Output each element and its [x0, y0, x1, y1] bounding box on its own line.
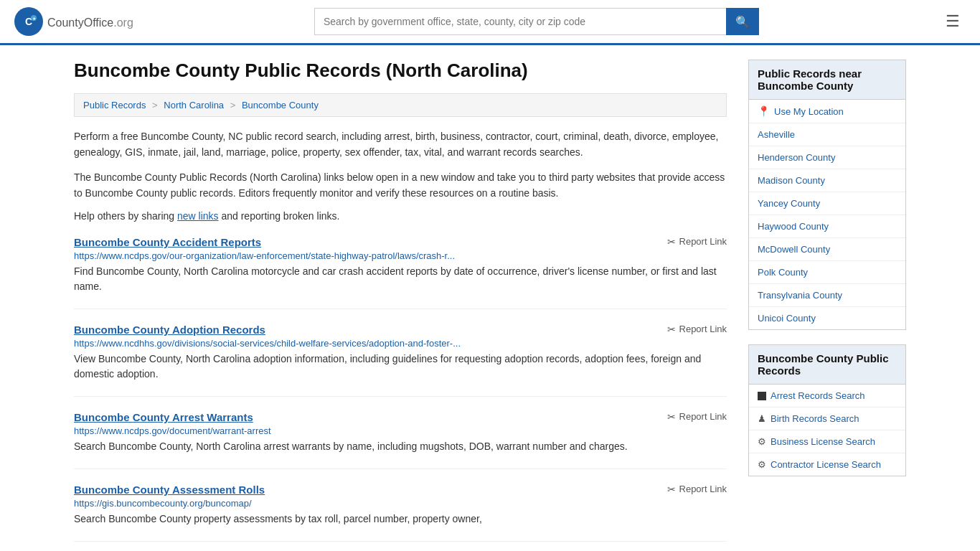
sidebar-item-business-license[interactable]: ⚙ Business License Search [749, 430, 905, 453]
search-button[interactable]: 🔍 [726, 8, 759, 35]
sidebar-item-polk[interactable]: Polk County [749, 261, 905, 284]
sidebar-buncombe-links: Arrest Records Search ♟ Birth Records Se… [748, 385, 906, 476]
transylvania-link[interactable]: Transylvania County [758, 290, 842, 301]
madison-link[interactable]: Madison County [758, 175, 825, 186]
breadcrumb-buncombe[interactable]: Buncombe County [242, 100, 319, 110]
business-license-link[interactable]: Business License Search [771, 436, 875, 447]
record-title-1[interactable]: Buncombe County Adoption Records [74, 324, 265, 336]
menu-button[interactable]: ☰ [940, 9, 966, 34]
record-title-0[interactable]: Buncombe County Accident Reports [74, 236, 261, 248]
logo-icon: C ★ [14, 7, 43, 36]
sidebar-item-henderson[interactable]: Henderson County [749, 146, 905, 169]
sidebar-item-arrest-records[interactable]: Arrest Records Search [749, 385, 905, 408]
content-area: Buncombe County Public Records (North Ca… [74, 60, 727, 551]
location-icon: 📍 [758, 105, 770, 117]
search-icon: 🔍 [735, 16, 750, 28]
help-text: Help others by sharing new links and rep… [74, 210, 727, 222]
person-icon: ♟ [758, 413, 766, 424]
sidebar-item-contractor-license[interactable]: ⚙ Contractor License Search [749, 453, 905, 476]
unicoi-link[interactable]: Unicoi County [758, 313, 816, 324]
sidebar: Public Records near Buncombe County 📍 Us… [748, 60, 906, 551]
report-link-0[interactable]: ✂ Report Link [667, 236, 727, 248]
arrest-records-link[interactable]: Arrest Records Search [771, 390, 865, 401]
breadcrumb: Public Records > North Carolina > Buncom… [74, 93, 727, 117]
main-container: Buncombe County Public Records (North Ca… [60, 45, 920, 551]
search-input[interactable] [314, 8, 726, 35]
sidebar-item-asheville[interactable]: Asheville [749, 123, 905, 146]
gear-icon-2: ⚙ [758, 459, 766, 470]
page-title: Buncombe County Public Records (North Ca… [74, 60, 727, 82]
record-url-1[interactable]: https://www.ncdhhs.gov/divisions/social-… [74, 338, 727, 349]
sidebar-buncombe-header: Buncombe County Public Records [748, 344, 906, 385]
record-url-3[interactable]: https://gis.buncombecounty.org/buncomap/ [74, 498, 727, 509]
record-desc-2: Search Buncombe County, North Carolina a… [74, 439, 727, 454]
yancey-link[interactable]: Yancey County [758, 198, 820, 209]
header: C ★ CountyOffice.org 🔍 ☰ [0, 0, 980, 45]
new-links-link[interactable]: new links [177, 210, 219, 222]
gear-icon: ⚙ [758, 436, 766, 447]
sidebar-buncombe-section: Buncombe County Public Records Arrest Re… [748, 344, 906, 476]
record-title-2[interactable]: Buncombe County Arrest Warrants [74, 411, 253, 423]
report-icon-3: ✂ [667, 484, 676, 495]
logo-area: C ★ CountyOffice.org [14, 7, 133, 36]
record-url-0[interactable]: https://www.ncdps.gov/our-organization/l… [74, 250, 727, 261]
report-link-1[interactable]: ✂ Report Link [667, 324, 727, 335]
contractor-license-link[interactable]: Contractor License Search [771, 459, 881, 470]
haywood-link[interactable]: Haywood County [758, 221, 829, 232]
sidebar-item-transylvania[interactable]: Transylvania County [749, 284, 905, 307]
report-link-2[interactable]: ✂ Report Link [667, 411, 727, 423]
sidebar-item-birth-records[interactable]: ♟ Birth Records Search [749, 408, 905, 430]
report-icon-1: ✂ [667, 324, 676, 335]
sidebar-item-haywood[interactable]: Haywood County [749, 215, 905, 238]
logo-text: CountyOffice.org [47, 14, 133, 30]
breadcrumb-north-carolina[interactable]: North Carolina [164, 100, 224, 110]
description-text: Perform a free Buncombe County, NC publi… [74, 128, 727, 161]
record-url-2[interactable]: https://www.ncdps.gov/document/warrant-a… [74, 425, 727, 436]
sidebar-nearby-section: Public Records near Buncombe County 📍 Us… [748, 60, 906, 330]
record-desc-0: Find Buncombe County, North Carolina mot… [74, 264, 727, 294]
henderson-link[interactable]: Henderson County [758, 152, 835, 163]
sidebar-item-unicoi[interactable]: Unicoi County [749, 307, 905, 329]
record-desc-3: Search Buncombe County property assessme… [74, 512, 727, 527]
sidebar-nearby-links: 📍 Use My Location Asheville Henderson Co… [748, 100, 906, 330]
record-item: Buncombe County Assessment Rolls ✂ Repor… [74, 484, 727, 542]
breadcrumb-sep2: > [230, 100, 238, 110]
sidebar-item-madison[interactable]: Madison County [749, 169, 905, 192]
record-item: Buncombe County Accident Reports ✂ Repor… [74, 236, 727, 309]
description2-text: The Buncombe County Public Records (Nort… [74, 169, 727, 202]
hamburger-icon: ☰ [946, 12, 960, 30]
record-item: Buncombe County Adoption Records ✂ Repor… [74, 324, 727, 397]
sidebar-use-location[interactable]: 📍 Use My Location [749, 100, 905, 123]
breadcrumb-public-records[interactable]: Public Records [83, 100, 146, 110]
report-icon-0: ✂ [667, 236, 676, 248]
polk-link[interactable]: Polk County [758, 267, 808, 278]
use-location-link[interactable]: Use My Location [774, 106, 844, 117]
records-list: Buncombe County Accident Reports ✂ Repor… [74, 236, 727, 542]
birth-records-link[interactable]: Birth Records Search [771, 413, 859, 424]
search-area: 🔍 [314, 8, 759, 35]
sidebar-nearby-header: Public Records near Buncombe County [748, 60, 906, 100]
record-title-3[interactable]: Buncombe County Assessment Rolls [74, 484, 265, 496]
asheville-link[interactable]: Asheville [758, 129, 795, 140]
breadcrumb-sep1: > [152, 100, 160, 110]
record-item: Buncombe County Arrest Warrants ✂ Report… [74, 411, 727, 469]
record-desc-1: View Buncombe County, North Carolina ado… [74, 352, 727, 382]
svg-text:★: ★ [32, 17, 36, 21]
square-icon [758, 392, 766, 400]
sidebar-item-mcdowell[interactable]: McDowell County [749, 238, 905, 261]
report-icon-2: ✂ [667, 411, 676, 423]
mcdowell-link[interactable]: McDowell County [758, 244, 830, 255]
sidebar-item-yancey[interactable]: Yancey County [749, 192, 905, 215]
report-link-3[interactable]: ✂ Report Link [667, 484, 727, 495]
